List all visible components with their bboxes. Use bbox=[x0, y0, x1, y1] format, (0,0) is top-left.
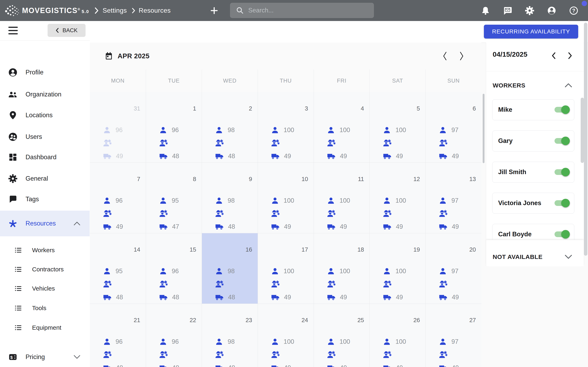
worker-count: 96 bbox=[116, 197, 122, 204]
notifications-icon[interactable] bbox=[481, 6, 490, 15]
calendar-cell[interactable]: 219648 bbox=[90, 304, 146, 367]
worker-availability-stat: 98 bbox=[215, 197, 234, 205]
calendar-cell[interactable]: 229648 bbox=[146, 304, 202, 367]
truck-availability-stat: 49 bbox=[383, 293, 403, 301]
calendar-cell[interactable]: 1210049 bbox=[370, 163, 425, 233]
page-scrollbar[interactable] bbox=[584, 23, 587, 256]
calendar-cell[interactable]: 1710049 bbox=[258, 233, 314, 304]
sidebar-item-vehicles[interactable]: Vehicles bbox=[0, 277, 90, 300]
chat-icon[interactable] bbox=[503, 6, 512, 15]
truck-count: 49 bbox=[116, 223, 123, 230]
sidebar-item-label: Users bbox=[26, 133, 42, 141]
back-button[interactable]: BACK bbox=[48, 24, 86, 37]
app-logo[interactable]: MOVEGISTICS®5.0 bbox=[22, 6, 89, 15]
calendar-cell[interactable]: 159648 bbox=[146, 233, 202, 304]
truck-count: 48 bbox=[116, 364, 123, 367]
breadcrumb-chevron-icon bbox=[132, 8, 135, 13]
calendar-cell[interactable]: 410049 bbox=[314, 92, 370, 163]
sidebar-item-users[interactable]: Users bbox=[0, 125, 90, 148]
sidebar-item-tags[interactable]: Tags bbox=[0, 188, 90, 210]
calendar-cell[interactable]: 79649 bbox=[90, 163, 146, 233]
list-icon bbox=[14, 284, 22, 293]
breadcrumb-settings[interactable]: Settings bbox=[103, 7, 127, 14]
truck-count-icon bbox=[159, 293, 168, 301]
calendar-cell[interactable]: 29848 bbox=[202, 92, 258, 163]
calendar-cell[interactable]: 2610049 bbox=[370, 304, 425, 367]
worker-availability-toggle[interactable] bbox=[554, 169, 569, 175]
worker-availability-toggle[interactable] bbox=[554, 231, 569, 237]
expand-not-available-icon[interactable] bbox=[564, 254, 572, 259]
worker-count-icon bbox=[103, 126, 111, 134]
sidebar-item-general[interactable]: General bbox=[0, 167, 90, 190]
calendar-cell[interactable]: 1110049 bbox=[314, 163, 370, 233]
truck-availability-stat: 49 bbox=[327, 152, 347, 160]
worker-count-icon bbox=[271, 267, 279, 275]
worker-count-icon bbox=[327, 267, 335, 275]
worker-count: 100 bbox=[284, 267, 294, 275]
collapse-workers-icon[interactable] bbox=[564, 83, 572, 88]
worker-availability-toggle[interactable] bbox=[554, 200, 569, 206]
breadcrumb-resources[interactable]: Resources bbox=[139, 7, 171, 14]
truck-count: 48 bbox=[228, 294, 235, 301]
not-available-section[interactable]: NOT AVAILABLE bbox=[486, 240, 584, 267]
worker-count-icon bbox=[383, 267, 391, 275]
calendar-cell[interactable]: 1010049 bbox=[258, 163, 314, 233]
calendar-cell[interactable]: 149548 bbox=[90, 233, 146, 304]
day-header-sat: SAT bbox=[370, 69, 425, 92]
contractor-availability-stat bbox=[215, 139, 224, 147]
sidebar-item-organization[interactable]: Organization bbox=[0, 83, 90, 106]
calendar-cell[interactable]: 510049 bbox=[370, 92, 425, 163]
add-icon[interactable] bbox=[210, 6, 218, 15]
sidebar-item-tools[interactable]: Tools bbox=[0, 297, 90, 319]
calendar-cell[interactable]: 89547 bbox=[146, 163, 202, 233]
sidebar-item-dashboard[interactable]: Dashboard bbox=[0, 146, 90, 168]
worker-availability-toggle[interactable] bbox=[554, 107, 569, 113]
calendar-cell[interactable]: 319649 bbox=[90, 92, 146, 163]
availability-panel: 04/15/2025 WORKERS MikeGaryJill SmithVic… bbox=[486, 43, 584, 266]
calendar-cell[interactable]: 99848 bbox=[202, 163, 258, 233]
sidebar-item-equipment[interactable]: Equipment bbox=[0, 317, 90, 339]
worker-availability-toggle[interactable] bbox=[554, 138, 569, 144]
calendar-cell[interactable]: 209749 bbox=[425, 233, 481, 304]
calendar-cell[interactable]: 239848 bbox=[202, 304, 258, 367]
contractor-icon bbox=[439, 280, 447, 288]
truck-availability-stat: 49 bbox=[271, 293, 291, 301]
next-month-icon[interactable] bbox=[458, 51, 465, 61]
next-day-icon[interactable] bbox=[567, 52, 573, 60]
worker-availability-stat: 100 bbox=[327, 267, 350, 275]
panel-scrollbar[interactable] bbox=[581, 98, 584, 163]
prev-month-icon[interactable] bbox=[442, 51, 448, 61]
calendar-cell[interactable]: 279749 bbox=[425, 304, 481, 367]
search-input[interactable] bbox=[248, 7, 374, 14]
search-bar[interactable] bbox=[230, 3, 374, 18]
calendar-cell[interactable]: 139749 bbox=[425, 163, 481, 233]
resources-icon bbox=[8, 219, 17, 228]
users-icon bbox=[8, 132, 17, 142]
calendar-scrollbar[interactable] bbox=[483, 94, 484, 163]
prev-day-icon[interactable] bbox=[551, 52, 557, 60]
calendar-cell[interactable]: 310049 bbox=[258, 92, 314, 163]
sidebar-item-pricing[interactable]: $Pricing bbox=[0, 346, 90, 367]
calendar-cell[interactable]: 1910049 bbox=[370, 233, 425, 304]
sidebar-item-resources[interactable]: Resources bbox=[0, 211, 90, 236]
calendar-cell[interactable]: 169848 bbox=[202, 233, 258, 304]
help-icon[interactable]: ? bbox=[569, 6, 579, 15]
sidebar-item-profile[interactable]: Profile bbox=[0, 61, 90, 83]
menu-icon[interactable] bbox=[8, 26, 18, 35]
contractor-icon bbox=[271, 209, 279, 218]
calendar-cell[interactable]: 69749 bbox=[425, 92, 481, 163]
toggle-knob bbox=[561, 105, 570, 114]
calendar-cell[interactable]: 2510049 bbox=[314, 304, 370, 367]
sidebar-item-locations[interactable]: Locations bbox=[0, 104, 90, 126]
truck-availability-stat: 49 bbox=[327, 293, 347, 301]
settings-icon[interactable] bbox=[525, 6, 534, 15]
calendar-day-number: 18 bbox=[357, 246, 364, 253]
calendar-cell[interactable]: 2410049 bbox=[258, 304, 314, 367]
calendar-cell[interactable]: 1810049 bbox=[314, 233, 370, 304]
calendar-cell[interactable]: 19648 bbox=[146, 92, 202, 163]
calendar-day-number: 23 bbox=[246, 317, 252, 324]
account-icon[interactable] bbox=[547, 6, 556, 15]
truck-count: 49 bbox=[452, 364, 459, 367]
recurring-availability-button[interactable]: RECURRING AVAILABILITY bbox=[484, 25, 578, 39]
worker-count-icon bbox=[103, 267, 111, 275]
